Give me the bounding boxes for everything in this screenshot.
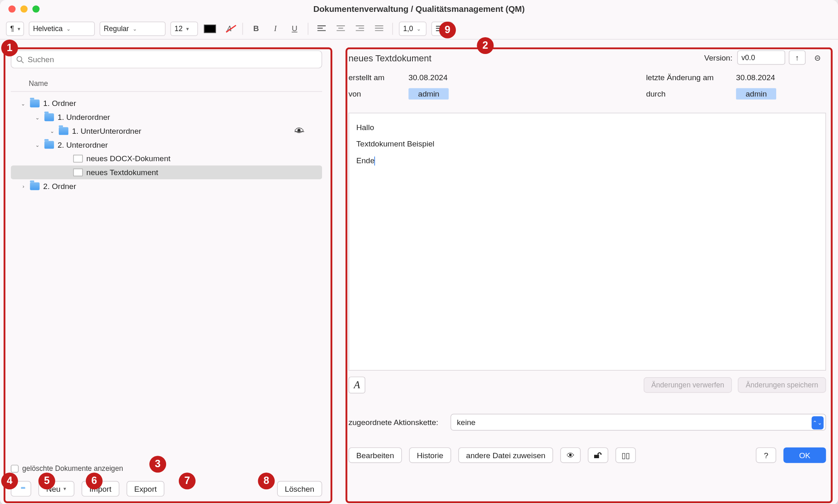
created-label: erstellt am: [349, 73, 409, 82]
tree-folder[interactable]: ⌄1. Ordner: [11, 97, 322, 110]
toolbar-separator: [242, 22, 243, 34]
chevron-down-icon: ▾: [63, 486, 66, 492]
read-button[interactable]: ▯▯: [615, 448, 636, 463]
text-cursor: [374, 156, 375, 165]
text-editor[interactable]: HalloTextdokument BeispielEnde: [349, 113, 826, 371]
ellipsis-icon: ⊝: [814, 53, 821, 62]
tree-folder[interactable]: ⌄2. Unterordner: [11, 138, 322, 152]
align-justify-button[interactable]: [372, 21, 386, 36]
dropdown-icon: ⌃⌄: [811, 416, 823, 429]
metadata-grid: erstellt am 30.08.2024 letzte Änderung a…: [349, 73, 826, 100]
tree-folder[interactable]: ›2. Ordner: [11, 179, 322, 193]
chevron-updown-icon: ⌄: [417, 25, 421, 32]
window-title: Dokumentenverwaltung / Qualitätsmanageme…: [0, 4, 838, 14]
svg-line-1: [21, 61, 23, 63]
line-spacing-select[interactable]: 1,0⌄: [399, 21, 426, 36]
new-button-label: Neu: [46, 484, 61, 493]
tree-file[interactable]: neues DOCX-Dokument: [11, 152, 322, 166]
tree-file[interactable]: neues Textdokument: [11, 166, 322, 180]
tree-item-label: neues Textdokument: [86, 168, 158, 177]
editor-action-row: A Änderungen verwerfen Änderungen speich…: [349, 377, 826, 394]
visibility-button[interactable]: 👁︎: [561, 448, 581, 463]
left-footer: gelöschte Dokumente anzeigen Neu▾ Import…: [11, 461, 322, 500]
chevron-icon[interactable]: ⌄: [49, 128, 55, 134]
tree-folder[interactable]: ⌄1. Underordner: [11, 110, 322, 124]
align-right-icon: [356, 25, 364, 32]
font-settings-button[interactable]: A: [349, 377, 365, 394]
svg-point-0: [17, 56, 22, 61]
font-style-select[interactable]: Regular⌄: [99, 21, 165, 36]
history-button[interactable]: Historie: [409, 448, 451, 463]
chevron-icon[interactable]: ⌄: [35, 142, 41, 148]
list-icon: ☰: [435, 24, 442, 33]
new-button[interactable]: Neu▾: [38, 481, 74, 497]
chevron-icon[interactable]: ›: [20, 183, 27, 189]
assign-file-button[interactable]: andere Datei zuweisen: [458, 448, 553, 463]
align-center-button[interactable]: [333, 21, 348, 36]
action-chain-row: zugeordnete Aktionskette: keine ⌃⌄: [349, 414, 826, 431]
discard-changes-button[interactable]: Änderungen verwerfen: [644, 377, 732, 393]
search-field[interactable]: [11, 50, 322, 68]
created-by-user[interactable]: admin: [408, 88, 449, 100]
arrow-up-icon: ↑: [795, 53, 800, 62]
clear-formatting-button[interactable]: A: [222, 21, 236, 36]
font-size-select[interactable]: 12▾: [170, 21, 198, 36]
app-window: Dokumentenverwaltung / Qualitätsmanageme…: [0, 0, 838, 504]
align-left-icon: [318, 25, 326, 32]
version-up-button[interactable]: ↑: [789, 50, 806, 65]
more-options-button[interactable]: ⊝: [809, 50, 826, 65]
list-style-select[interactable]: ☰▾: [431, 21, 453, 36]
align-justify-icon: [375, 25, 383, 32]
document-tree[interactable]: ⌄1. Ordner⌄1. Underordner⌄1. UnterUntero…: [11, 92, 322, 461]
file-icon: [73, 155, 83, 162]
toolbar-separator: [392, 22, 393, 34]
tree-item-label: 1. Underordner: [58, 113, 110, 122]
search-input[interactable]: [27, 55, 317, 64]
align-right-button[interactable]: [353, 21, 367, 36]
italic-button[interactable]: I: [268, 21, 282, 36]
tree-folder[interactable]: ⌄1. UnterUnterordner👁︎: [11, 124, 322, 138]
import-button[interactable]: Import: [81, 481, 119, 497]
modified-by-user[interactable]: admin: [736, 88, 777, 100]
align-left-button[interactable]: [314, 21, 329, 36]
align-center-icon: [336, 25, 345, 32]
export-button[interactable]: Export: [126, 481, 164, 497]
chevron-icon[interactable]: ⌄: [35, 114, 41, 120]
paragraph-icon: ¶: [10, 24, 14, 33]
lock-button[interactable]: 🔓︎: [588, 448, 608, 463]
edit-button[interactable]: Bearbeiten: [349, 448, 402, 463]
folder-icon: [44, 141, 54, 149]
new-folder-button[interactable]: [11, 481, 31, 497]
delete-button[interactable]: Löschen: [277, 481, 322, 497]
underline-icon: U: [292, 24, 297, 33]
action-chain-select[interactable]: keine ⌃⌄: [450, 414, 826, 431]
created-value: 30.08.2024: [408, 73, 528, 82]
editor-line: Hallo: [356, 119, 818, 136]
left-button-row: Neu▾ Import Export Löschen: [11, 477, 322, 500]
clear-format-icon: A: [227, 24, 232, 33]
hidden-icon[interactable]: 👁︎: [295, 126, 304, 136]
ok-button[interactable]: OK: [784, 448, 826, 463]
chevron-updown-icon: ⌄: [133, 25, 137, 32]
bold-button[interactable]: B: [249, 21, 263, 36]
tree-item-label: 2. Unterordner: [58, 140, 108, 149]
font-icon: A: [354, 379, 360, 391]
line-spacing-value: 1,0: [403, 24, 413, 33]
search-icon: [16, 56, 24, 63]
underline-button[interactable]: U: [287, 21, 302, 36]
tree-column-header[interactable]: Name: [11, 68, 322, 92]
font-family-select[interactable]: Helvetica⌄: [29, 21, 95, 36]
doc-header-row: neues Textdokument Version: v0.0 ↑ ⊝: [349, 50, 826, 65]
font-size-value: 12: [175, 24, 183, 33]
action-chain-label: zugeordnete Aktionskette:: [349, 418, 438, 427]
help-button[interactable]: ?: [756, 448, 776, 463]
paragraph-style-select[interactable]: ¶▾: [6, 21, 24, 36]
action-chain-value: keine: [457, 418, 476, 427]
show-deleted-checkbox[interactable]: gelöschte Dokumente anzeigen: [11, 463, 322, 477]
folder-icon: [59, 127, 68, 135]
version-field[interactable]: v0.0: [737, 50, 785, 65]
text-color-button[interactable]: [203, 21, 217, 36]
chevron-icon[interactable]: ⌄: [20, 101, 27, 107]
save-changes-button[interactable]: Änderungen speichern: [738, 377, 826, 393]
right-button-row: Bearbeiten Historie andere Datei zuweise…: [349, 448, 826, 463]
